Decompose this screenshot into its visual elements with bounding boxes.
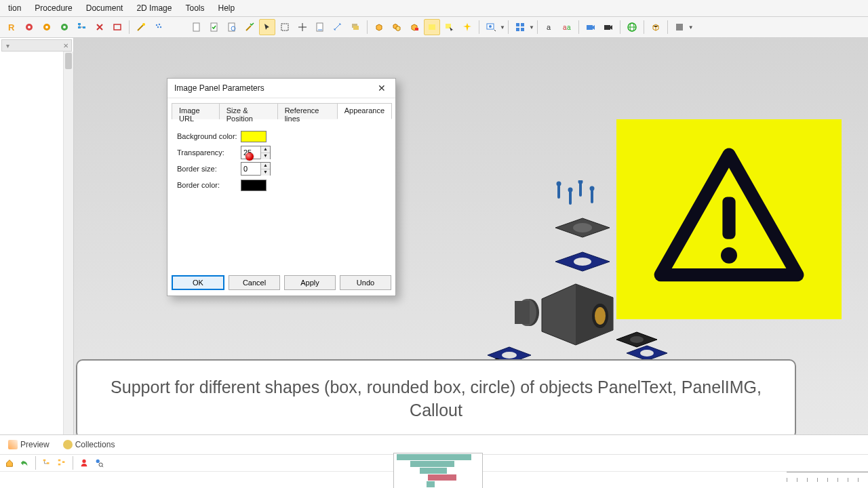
svg-point-11 [142, 23, 145, 26]
tab-image-url[interactable]: Image URL [172, 103, 220, 119]
rect-select-icon[interactable] [277, 19, 293, 35]
menu-document[interactable]: Document [81, 1, 129, 15]
tree2-icon[interactable] [40, 456, 54, 470]
bottom-tabs: Preview Collections [0, 435, 868, 455]
dialog-body: Background color: Transparency: ▲▼ Borde… [167, 119, 395, 192]
separator [73, 456, 73, 470]
tab-appearance[interactable]: Appearance [337, 103, 392, 119]
separator [35, 456, 36, 470]
ok-button[interactable]: OK [172, 275, 224, 290]
spray-icon[interactable] [151, 19, 167, 35]
cancel-button[interactable]: Cancel [229, 275, 280, 290]
cursor-select-icon[interactable] [259, 19, 275, 35]
svg-point-2 [28, 26, 31, 28]
gantt-chart[interactable] [393, 453, 483, 488]
gear-red-icon[interactable] [21, 19, 37, 35]
menu-item[interactable]: tion [3, 1, 26, 15]
page-check-icon[interactable] [206, 19, 222, 35]
stack-icon[interactable] [347, 19, 363, 35]
svg-point-48 [590, 186, 595, 191]
tree-icon[interactable] [74, 19, 90, 35]
tree3-icon[interactable] [55, 456, 68, 470]
chevron-down-icon[interactable]: ▾ [6, 42, 9, 49]
page-measure-icon[interactable] [312, 19, 328, 35]
reply-icon[interactable] [18, 456, 31, 470]
menu-tools[interactable]: Tools [180, 1, 210, 15]
gear-green-icon[interactable] [56, 19, 73, 35]
separator [578, 20, 579, 34]
globe-icon[interactable] [624, 19, 640, 35]
panel-tab[interactable]: ▾ ✕ [1, 39, 72, 52]
svg-point-50 [574, 258, 591, 266]
warning-panel[interactable] [616, 119, 842, 319]
chevron-down-icon[interactable]: ▼ [688, 24, 694, 30]
image-panel-parameters-dialog: Image Panel Parameters ✕ Image URL Size … [167, 78, 396, 296]
svg-point-6 [63, 26, 66, 28]
text-aa-icon[interactable]: aa [559, 19, 575, 35]
svg-rect-25 [429, 24, 435, 30]
view-dropdown-icon[interactable] [483, 19, 499, 35]
final-dropdown-icon[interactable] [671, 19, 688, 35]
dialog-tabs: Image URL Size & Position Reference line… [172, 102, 391, 119]
spin-up-icon[interactable]: ▲ [261, 146, 270, 153]
svg-point-44 [568, 188, 573, 192]
tab-reference-lines[interactable]: Reference lines [277, 103, 338, 119]
tab-preview[interactable]: Preview [3, 439, 55, 451]
mask-cursor-icon[interactable] [441, 19, 458, 35]
wand-check-icon[interactable] [241, 19, 258, 35]
apply-button[interactable]: Apply [284, 275, 336, 290]
spin-up-icon[interactable]: ▲ [261, 163, 270, 169]
spin-down-icon[interactable]: ▼ [261, 153, 270, 159]
reset-icon[interactable]: R [3, 19, 20, 35]
user-search-icon[interactable] [92, 456, 106, 470]
scrollbar[interactable] [63, 52, 73, 435]
bgcolor-label: Background color: [177, 132, 241, 140]
bordercolor-swatch[interactable] [241, 180, 267, 191]
chevron-down-icon[interactable]: ▼ [529, 24, 534, 30]
close-icon[interactable]: ✕ [63, 42, 68, 49]
measure-icon[interactable] [330, 19, 346, 35]
delete-icon[interactable] [92, 19, 108, 35]
cube-add-icon[interactable] [371, 19, 387, 35]
svg-rect-20 [281, 24, 288, 30]
camera-blue-icon[interactable] [583, 19, 599, 35]
text-a-icon[interactable]: a [541, 19, 557, 35]
layout-dropdown-icon[interactable] [512, 19, 528, 35]
menu-2dimage[interactable]: 2D Image [131, 1, 177, 15]
page-icon[interactable] [189, 19, 205, 35]
svg-rect-17 [211, 23, 217, 31]
cube-lock-icon[interactable] [406, 19, 422, 35]
crosshair-icon[interactable] [294, 19, 311, 35]
user-icon[interactable] [77, 456, 91, 470]
undo-button[interactable]: Undo [340, 275, 391, 290]
bgcolor-swatch[interactable] [241, 131, 267, 142]
svg-point-13 [159, 24, 160, 25]
cube-copy-icon[interactable] [389, 19, 405, 35]
svg-point-4 [45, 26, 48, 28]
spin-down-icon[interactable]: ▼ [261, 169, 270, 176]
scroll-thumb[interactable] [65, 53, 72, 69]
separator [620, 20, 620, 34]
page-search-icon[interactable] [224, 19, 240, 35]
box3d-icon[interactable] [648, 19, 664, 35]
svg-rect-8 [78, 26, 81, 28]
wand-icon[interactable] [133, 19, 149, 35]
menu-help[interactable]: Help [212, 1, 240, 15]
mask-yellow-icon[interactable] [424, 19, 440, 35]
bordersize-input[interactable] [241, 163, 260, 174]
svg-point-28 [489, 25, 492, 28]
menu-procedure[interactable]: Procedure [29, 1, 77, 15]
home-icon[interactable] [3, 456, 16, 470]
svg-point-52 [595, 307, 606, 325]
spark-icon[interactable] [459, 19, 475, 35]
dialog-titlebar[interactable]: Image Panel Parameters ✕ [167, 79, 395, 98]
chevron-down-icon[interactable]: ▼ [500, 24, 505, 30]
close-icon[interactable]: ✕ [375, 81, 389, 95]
tab-collections[interactable]: Collections [58, 439, 121, 451]
camera-black-icon[interactable] [600, 19, 616, 35]
bordersize-spinner[interactable]: ▲▼ [241, 162, 271, 176]
gear-orange-icon[interactable] [39, 19, 55, 35]
svg-rect-9 [83, 26, 85, 28]
rect-tool-icon[interactable] [109, 19, 125, 35]
tab-size-position[interactable]: Size & Position [219, 103, 278, 119]
